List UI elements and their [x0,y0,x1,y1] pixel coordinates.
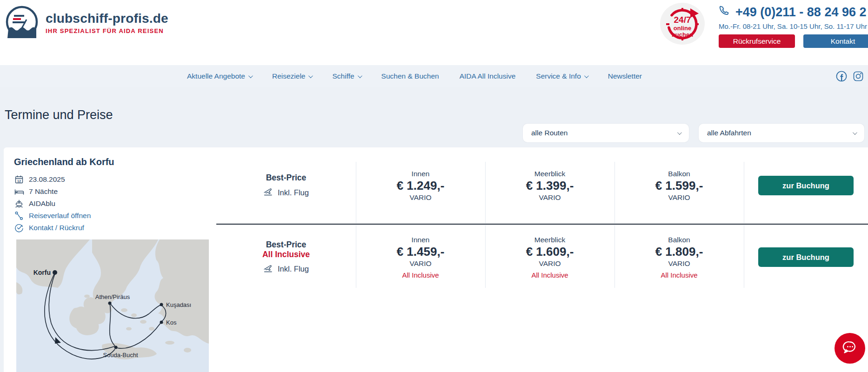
badge-line-3: buchen [672,31,693,38]
badge-line-1: 24/7 [674,15,691,25]
price-column-innen: Innen € 1.459,- VARIO All Inclusive [356,225,485,290]
cabin-type: Balkon [668,236,690,244]
tariff-extra: All Inclusive [402,271,439,279]
cruise-details: 12 23.08.2025 7 Nächte [14,173,91,234]
tariff-sublabel: All Inclusive [262,250,310,259]
tariff-name: VARIO [409,259,431,268]
port-label-kusadasi: Kuşadası [166,301,191,308]
flight-included: Inkl. Flug [263,264,309,275]
price-column-balkon: Balkon € 1.599,- VARIO [614,147,744,224]
plane-icon [263,187,274,198]
page: clubschiff-profis.de IHR SPEZIALIST FÜR … [0,0,868,372]
nav-reiseziele[interactable]: Reiseziele [272,72,312,80]
main-navigation: Aktuelle Angebote Reiseziele Schiffe Suc… [0,65,868,87]
price-row-all-inclusive: Best-Price All Inclusive Inkl. Flug In [216,225,868,290]
phone-icon [719,5,731,20]
opening-hours: Mo.-Fr. 08-21 Uhr, Sa. 10-15 Uhr, So. 11… [719,22,868,30]
cabin-type: Innen [412,170,430,178]
nav-suchen-buchen[interactable]: Suchen & Buchen [381,72,439,80]
price-column-innen: Innen € 1.249,- VARIO [356,147,485,224]
tariff-name: VARIO [668,259,690,268]
booking-column: zur Buchung [744,147,868,224]
nav-schiffe[interactable]: Schiffe [332,72,361,80]
logo-title: clubschiff-profis.de [46,11,168,26]
header: clubschiff-profis.de IHR SPEZIALIST FÜR … [0,0,868,65]
cabin-price: € 1.399,- [526,179,574,193]
logo-subtitle: IHR SPEZIALIST FÜR AIDA REISEN [46,27,168,34]
chevron-down-icon [853,130,857,135]
route-map: Korfu Athen/Piräus Kuşadası Kos Souda-Bu… [16,239,209,372]
tariff-info-column: Best-Price All Inclusive Inkl. Flug [216,225,356,290]
nav-aida-all-inclusive[interactable]: AIDA All Inclusive [460,72,516,80]
ship-icon [14,199,24,208]
badge-line-2: online [674,25,691,32]
cabin-type: Balkon [668,170,690,178]
plane-icon [263,264,274,275]
callback-service-button[interactable]: Rückrufservice [719,34,795,48]
page-title: Termine und Preise [5,108,113,122]
tariff-extra: All Inclusive [661,271,697,279]
contact-button[interactable]: Kontakt [803,34,868,48]
tariff-name: VARIO [539,193,561,202]
badge-24-7-online-buchen: 24/7 online buchen [660,2,705,45]
cabin-price: € 1.599,- [655,179,703,193]
cabin-type: Meerblick [534,236,565,244]
chat-bubble-icon [841,339,858,358]
tariff-label: Best-Price [266,240,307,250]
ship-name: AIDAblu [29,199,55,208]
contact-check-icon [14,223,24,232]
chat-button[interactable] [835,333,865,364]
itinerary-row: Reiseverlauf öffnen [14,210,91,222]
tariff-label: Best-Price [266,173,307,183]
booking-column: zur Buchung [744,225,868,290]
phone-number[interactable]: +49 (0)211 - 88 24 96 2 [719,5,868,20]
ship-row: AIDAblu [14,198,91,210]
phone-block: +49 (0)211 - 88 24 96 2 Mo.-Fr. 08-21 Uh… [719,5,868,48]
cabin-type: Meerblick [534,170,565,178]
departure-date: 23.08.2025 [29,175,65,184]
ship-logo-icon [6,6,38,40]
cruise-title: Griechenland ab Korfu [14,157,114,167]
zur-buchung-button[interactable]: zur Buchung [758,247,854,267]
price-column-meerblick: Meerblick € 1.399,- VARIO [485,147,614,224]
port-label-korfu: Korfu [33,269,51,276]
price-column-meerblick: Meerblick € 1.609,- VARIO All Inclusive [485,225,614,290]
port-label-athen: Athen/Piräus [95,293,130,300]
instagram-icon[interactable] [852,70,864,82]
cabin-price: € 1.609,- [526,245,574,259]
departure-date-row: 12 23.08.2025 [14,173,91,186]
port-label-kos: Kos [166,319,177,326]
tariff-name: VARIO [409,193,431,202]
port-label-souda: Souda-Bucht [103,352,138,359]
price-row-best-price: Best-Price Inkl. Flug Innen [216,147,868,224]
tariff-info-column: Best-Price Inkl. Flug [216,147,356,224]
duration-row: 7 Nächte [14,186,91,198]
zur-buchung-button[interactable]: zur Buchung [758,176,854,195]
chevron-down-icon [308,73,313,78]
departure-filter-select[interactable]: alle Abfahrten [699,124,864,142]
chevron-down-icon [677,130,682,135]
route-icon [14,211,24,220]
logo[interactable]: clubschiff-profis.de IHR SPEZIALIST FÜR … [6,6,168,40]
tariff-extra: All Inclusive [531,271,568,279]
price-grid: Best-Price Inkl. Flug Innen [216,147,868,372]
chevron-down-icon [248,73,253,78]
nav-aktuelle-angebote[interactable]: Aktuelle Angebote [187,72,252,80]
price-column-balkon: Balkon € 1.809,- VARIO All Inclusive [614,225,744,290]
cabin-price: € 1.249,- [397,179,445,193]
nav-newsletter[interactable]: Newsletter [608,72,642,80]
itinerary-link[interactable]: Reiseverlauf öffnen [29,212,91,220]
tariff-name: VARIO [668,193,690,202]
duration: 7 Nächte [29,187,58,196]
flight-included: Inkl. Flug [263,187,309,198]
contact-callback-link[interactable]: Kontakt / Rückruf [29,224,84,232]
chevron-down-icon [358,73,362,78]
chevron-down-icon [584,73,589,78]
contact-row: Kontakt / Rückruf [14,222,91,234]
route-filter-select[interactable]: alle Routen [523,124,689,142]
tariff-name: VARIO [539,259,561,268]
nav-service-info[interactable]: Service & Info [536,72,588,80]
facebook-icon[interactable] [835,70,848,82]
calendar-icon: 12 [14,175,24,184]
logo-text: clubschiff-profis.de IHR SPEZIALIST FÜR … [46,11,168,34]
